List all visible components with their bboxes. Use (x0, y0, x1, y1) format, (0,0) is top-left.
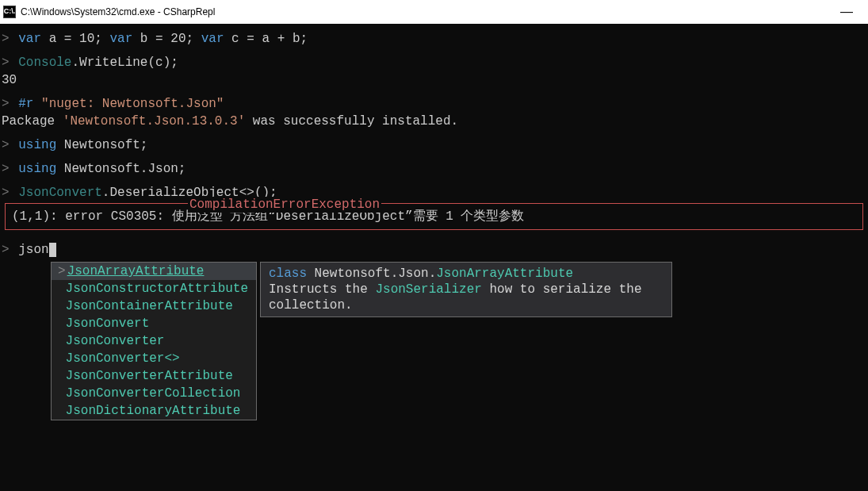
completion-item[interactable]: JsonConstructorAttribute (52, 280, 256, 297)
completion-label: JsonConverter<> (66, 351, 180, 366)
completion-item[interactable]: JsonConverter (52, 332, 256, 350)
intellisense-popup: >JsonArrayAttribute JsonConstructorAttri… (51, 262, 866, 420)
code-text: b = 20; (132, 32, 201, 46)
repl-line: > using Newtonsoft.Json; (2, 160, 866, 178)
app-icon: C:\. (3, 6, 16, 18)
caret-icon: > (58, 264, 66, 278)
completion-item[interactable]: >JsonArrayAttribute (52, 263, 256, 280)
keyword: var (18, 32, 41, 46)
completion-item[interactable]: JsonConverterAttribute (52, 367, 256, 385)
doc-keyword: class (269, 267, 307, 281)
prompt-caret: > (2, 97, 10, 111)
prompt-caret: > (2, 162, 10, 176)
code-text: c = a + b; (224, 32, 308, 46)
repl-line: > using Newtonsoft; (2, 136, 866, 154)
code-text: a = 10; (41, 32, 109, 46)
completion-list[interactable]: >JsonArrayAttribute JsonConstructorAttri… (51, 262, 257, 420)
minimize-button[interactable]: — (828, 0, 865, 24)
completion-label: JsonConstructorAttribute (66, 282, 248, 296)
prompt-caret: > (2, 138, 10, 152)
text-cursor (49, 243, 57, 257)
doc-text: Instructs the (269, 282, 375, 297)
completion-label: JsonArrayAttribute (67, 264, 205, 278)
code-text: Newtonsoft.Json; (56, 162, 185, 176)
keyword: using (18, 162, 56, 176)
completion-label: JsonConverter (66, 334, 165, 348)
string-literal: "nuget: Newtonsoft.Json" (33, 97, 224, 111)
blank-line (2, 154, 866, 160)
doc-type-ref: JsonSerializer (375, 282, 481, 297)
code-text: Newtonsoft; (56, 138, 147, 152)
doc-namespace: Newtonsoft.Json. (307, 267, 436, 281)
window-titlebar: C:\. C:\Windows\System32\cmd.exe - CShar… (0, 0, 868, 24)
completion-label: JsonDictionaryAttribute (66, 404, 241, 418)
blank-line (2, 89, 866, 95)
keyword: var (201, 32, 224, 46)
doc-type: JsonArrayAttribute (436, 267, 573, 281)
prompt-caret: > (2, 32, 10, 46)
blank-line (2, 130, 866, 136)
completion-label: JsonConverterCollection (66, 386, 241, 401)
blank-line (2, 178, 866, 184)
keyword: using (18, 138, 56, 152)
completion-item[interactable]: JsonConverterCollection (52, 385, 256, 402)
prompt-caret: > (2, 243, 10, 257)
repl-line: > JsonConvert.DeserializeObject<>(); (2, 184, 866, 201)
prompt-caret: > (2, 186, 10, 200)
keyword: var (109, 32, 132, 46)
terminal-area[interactable]: > var a = 10; var b = 20; var c = a + b;… (0, 24, 868, 422)
output-line: 30 (2, 71, 866, 89)
blank-line (2, 48, 866, 54)
repl-line: > var a = 10; var b = 20; var c = a + b; (2, 30, 866, 48)
completion-item[interactable]: JsonContainerAttribute (52, 297, 256, 315)
typed-text: json (18, 243, 48, 257)
window-title: C:\Windows\System32\cmd.exe - CSharpRepl (21, 6, 215, 18)
completion-doc: class Newtonsoft.Json.JsonArrayAttribute… (260, 262, 672, 317)
completion-label: JsonContainerAttribute (66, 299, 233, 313)
package-name: 'Newtonsoft.Json.13.0.3' (63, 114, 245, 129)
completion-item[interactable]: JsonConvert (52, 315, 256, 332)
type-name: JsonConvert (18, 186, 102, 200)
error-label: CompilationErrorException (188, 197, 381, 213)
blank-line (2, 235, 866, 241)
completion-item[interactable]: JsonConverter<> (52, 350, 256, 367)
error-box: CompilationErrorException (1,1): error C… (5, 203, 863, 230)
output-line: Package 'Newtonsoft.Json.13.0.3' was suc… (2, 113, 866, 130)
directive: #r (18, 97, 33, 111)
prompt-caret: > (2, 56, 10, 70)
output-text: Package (2, 114, 63, 129)
repl-current-line[interactable]: > json (2, 241, 866, 259)
repl-line: > #r "nuget: Newtonsoft.Json" (2, 95, 866, 113)
repl-line: > Console.WriteLine(c); (2, 54, 866, 71)
completion-label: JsonConverterAttribute (66, 369, 233, 383)
type-name: Console (18, 56, 71, 70)
completion-label: JsonConvert (66, 316, 150, 331)
code-text: .WriteLine(c); (71, 56, 178, 70)
completion-item[interactable]: JsonDictionaryAttribute (52, 402, 256, 420)
output-text: was successfully installed. (245, 114, 458, 129)
